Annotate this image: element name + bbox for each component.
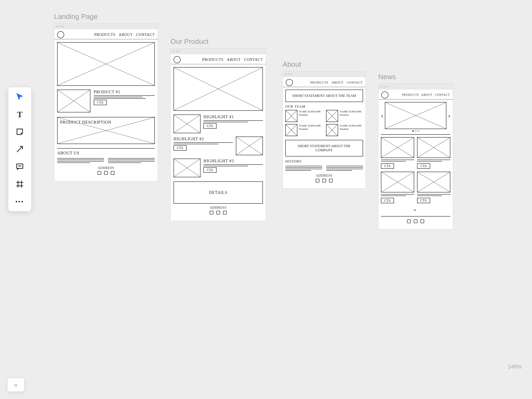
social-icon[interactable] (420, 219, 424, 223)
avatar-placeholder (285, 110, 297, 122)
text-tool[interactable]: T (15, 110, 24, 119)
product-cta-button[interactable]: CTA (94, 100, 107, 105)
page-footer: ADDRESS (173, 204, 263, 218)
highlight-3-label: HIGHLIGHT #3 (203, 158, 263, 163)
highlight-thumb (173, 114, 201, 133)
social-icon[interactable] (316, 179, 319, 183)
social-icon[interactable] (322, 179, 326, 183)
hero-image-placeholder (173, 67, 263, 111)
page-footer: ADDRESS (57, 164, 155, 178)
page-footer: ADDRESS (285, 172, 363, 186)
artboard-title: Landing Page (54, 13, 158, 21)
carousel-dots[interactable] (381, 130, 450, 132)
arrow-tool[interactable] (15, 145, 24, 154)
nav-contact[interactable]: CONTACT (244, 57, 263, 62)
artboard-about[interactable]: About PRODUCTS ABOUT CONTACT SHORT STATE… (283, 60, 366, 189)
logo-icon (57, 31, 64, 38)
social-icon[interactable] (407, 219, 411, 223)
nav-about[interactable]: ABOUT (227, 57, 241, 62)
team-member: NAME SURNAMEPosition (285, 124, 322, 136)
news-thumb (417, 137, 450, 158)
window-titlebar (54, 24, 158, 29)
product-name: PRODUCT #1 (94, 89, 155, 94)
logo-icon (381, 91, 388, 99)
page-header: PRODUCTS ABOUT CONTACT (378, 89, 453, 100)
nav-contact[interactable]: CONTACT (136, 33, 155, 37)
nav-about[interactable]: ABOUT (421, 93, 432, 97)
nav-contact[interactable]: CONTACT (435, 93, 450, 97)
cta-button[interactable]: CTA (417, 163, 430, 169)
artboard-news[interactable]: News PRODUCTS ABOUT CONTACT ‹ › (378, 73, 453, 229)
nav-products[interactable]: PRODUCTS (202, 57, 223, 62)
footer-address: ADDRESS (285, 174, 363, 177)
social-icon[interactable] (223, 211, 227, 215)
cta-button[interactable]: CTA (173, 145, 187, 151)
cta-button[interactable]: CTA (381, 198, 394, 203)
nav-products[interactable]: PRODUCTS (402, 93, 419, 97)
product-thumb (57, 89, 90, 112)
chevron-down-icon[interactable]: › (412, 209, 420, 211)
news-card: CTA (417, 137, 450, 169)
news-card: CTA (417, 172, 450, 203)
team-member: NAME SURNAMEPosition (326, 110, 363, 122)
hero-image-placeholder (57, 42, 155, 86)
nav-about[interactable]: ABOUT (119, 33, 133, 37)
carousel-slide (385, 102, 446, 129)
team-member: NAME SURNAMEPosition (285, 110, 322, 122)
social-icon[interactable] (329, 179, 333, 183)
comment-tool[interactable] (15, 162, 24, 171)
zoom-level[interactable]: 148% (508, 363, 522, 370)
frame-tool[interactable] (15, 180, 24, 189)
history-label: HISTORY (285, 159, 363, 164)
cta-button[interactable]: CTA (203, 123, 216, 129)
social-icon[interactable] (97, 171, 101, 175)
nav-products[interactable]: PRODUCTS (94, 33, 115, 37)
our-team-label: OUR TEAM (285, 105, 363, 109)
social-icon[interactable] (111, 171, 114, 175)
pointer-tool[interactable] (15, 92, 24, 101)
expand-panel-button[interactable]: » (7, 378, 24, 392)
company-statement: SHORT STATEMENT ABOUT THE COMPANY (285, 140, 363, 157)
artboard-our-product[interactable]: Our Product PRODUCTS ABOUT CONTACT HIGHL… (171, 38, 266, 221)
cta-button[interactable]: CTA (203, 167, 216, 173)
artboard-title: News (378, 73, 453, 81)
highlight-1-label: HIGHLIGHT #1 (203, 114, 263, 119)
product-description-label: PRODUCT DESCRIPTION (60, 120, 111, 125)
nav-products[interactable]: PRODUCTS (310, 81, 328, 84)
nav-about[interactable]: ABOUT (332, 81, 343, 84)
page-header: PRODUCTS ABOUT CONTACT (54, 29, 158, 39)
footer-address: ADDRESS (173, 206, 263, 209)
page-header: PRODUCTS ABOUT CONTACT (283, 77, 366, 87)
cta-button[interactable]: CTA (381, 163, 394, 169)
window-titlebar (283, 71, 366, 77)
window-titlebar (171, 49, 266, 54)
avatar-placeholder (285, 124, 297, 136)
page-footer (381, 216, 450, 227)
team-member: NAME SURNAMEPosition (326, 124, 363, 136)
details-label: DETAILS (209, 190, 228, 195)
sticky-note-tool[interactable] (15, 127, 24, 136)
social-icon[interactable] (216, 211, 220, 215)
carousel-next-icon[interactable]: › (448, 112, 450, 120)
social-icon[interactable] (210, 211, 213, 215)
social-icon[interactable] (104, 171, 108, 175)
highlight-thumb (236, 137, 263, 155)
more-tools[interactable]: ••• (15, 197, 24, 206)
avatar-placeholder (326, 124, 338, 136)
footer-address: ADDRESS (57, 166, 155, 170)
nav-contact[interactable]: CONTACT (347, 81, 363, 84)
news-card: CTA (381, 137, 414, 169)
artboard-landing-page[interactable]: Landing Page PRODUCTS ABOUT CONTACT PROD… (54, 13, 158, 181)
artboard-title: Our Product (171, 38, 266, 45)
highlight-thumb (173, 158, 201, 177)
artboard-title: About (283, 60, 366, 68)
carousel-prev-icon[interactable]: ‹ (381, 112, 383, 120)
window-titlebar (378, 84, 453, 89)
news-thumb (417, 172, 450, 192)
cta-button[interactable]: CTA (417, 198, 430, 203)
team-statement: SHORT STATEMENT ABOUT THE TEAM (285, 89, 363, 102)
social-icon[interactable] (414, 219, 418, 223)
news-thumb (381, 137, 414, 158)
canvas[interactable]: Landing Page PRODUCTS ABOUT CONTACT PROD… (42, 13, 524, 374)
news-card: CTA (381, 172, 414, 203)
